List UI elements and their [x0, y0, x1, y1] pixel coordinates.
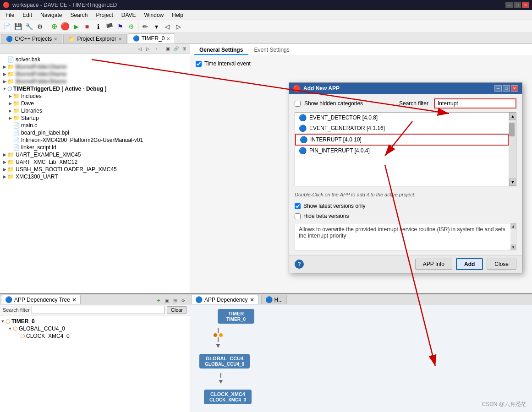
list-item-interrupt[interactable]: 🔵 INTERRUPT [4.0.10]: [295, 134, 509, 146]
dialog-search-input[interactable]: [434, 98, 516, 108]
tree-item-linker[interactable]: 📄 linker_script.ld: [0, 144, 190, 151]
dep-tree-tab[interactable]: 🔵 APP Dependency Tree ✕: [1, 295, 81, 304]
list-item-event-generator[interactable]: 🔵 EVENT_GENERATOR [4.1.16]: [295, 123, 509, 134]
tab-cpp-projects[interactable]: 🔵 C/C++ Projects ✕: [1, 34, 62, 43]
tab-cpp-close[interactable]: ✕: [54, 37, 57, 42]
tree-item-bpl[interactable]: 📄 board_pin_label.bpl: [0, 129, 190, 136]
tree-item-startup[interactable]: ▶ 📁 Startup: [0, 114, 190, 122]
tree-nav-back[interactable]: ◁: [136, 45, 143, 53]
toolbar-settings[interactable]: ⚙: [35, 22, 45, 32]
menu-search[interactable]: Search: [66, 11, 91, 19]
app-info-button[interactable]: APP Info: [415, 259, 452, 270]
scroll-down-btn[interactable]: ▼: [509, 179, 516, 186]
tree-item-libraries[interactable]: ▶ 📁 Libraries: [0, 107, 190, 114]
menu-help[interactable]: Help: [168, 11, 187, 19]
time-interval-checkbox[interactable]: [196, 61, 202, 67]
scroll-thumb[interactable]: [509, 123, 515, 136]
tree-item-solver[interactable]: 📄 solver.bak: [0, 56, 190, 63]
dep-graph-tab2[interactable]: 🔵 H...: [261, 295, 287, 304]
toolbar-back[interactable]: ◁: [162, 22, 172, 32]
desc-scroll-down[interactable]: ▼: [510, 244, 516, 250]
dialog-close-btn[interactable]: ✕: [511, 85, 518, 92]
dep-tree-sync[interactable]: ⟳: [180, 297, 187, 304]
tree-arrow-includes: ▶: [7, 94, 13, 98]
dep-tree-globalccu4[interactable]: ▼ ⬡ GLOBAL_CCU4_0: [0, 325, 190, 332]
toolbar-arrow-drop[interactable]: ▾: [151, 22, 161, 32]
scroll-up-btn[interactable]: ▲: [509, 113, 516, 120]
maximize-button[interactable]: □: [514, 2, 521, 8]
menu-file[interactable]: File: [2, 11, 18, 19]
toolbar-debug[interactable]: ▶: [71, 22, 81, 32]
dialog-maximize[interactable]: □: [503, 85, 510, 92]
toolbar-dave[interactable]: ⚑: [115, 22, 125, 32]
toolbar-generate[interactable]: ⚙: [126, 22, 136, 32]
hide-beta-checkbox[interactable]: [295, 213, 301, 219]
tree-collapse[interactable]: ▣: [164, 45, 171, 53]
minimize-button[interactable]: ─: [505, 2, 513, 8]
dep-search-input[interactable]: [32, 306, 165, 314]
dialog-minimize[interactable]: ─: [494, 85, 502, 92]
tree-item-dave[interactable]: ▶ 📁 Dave: [0, 100, 190, 107]
tree-item-blurred1[interactable]: ▶ 📁 BlurredFolder1Name: [0, 63, 190, 70]
toolbar-pencil[interactable]: ✏: [140, 22, 150, 32]
show-hidden-checkbox[interactable]: [295, 101, 301, 107]
desc-scroll-up[interactable]: ▲: [510, 223, 516, 229]
dep-graph-tab[interactable]: 🔵 APP Dependency ✕: [191, 295, 258, 304]
tree-item-uart45[interactable]: ▶ 📁 UART_EXAMPLE_XMC45: [0, 151, 190, 158]
dep-tree-collapse[interactable]: ▣: [163, 297, 170, 304]
toolbar-tools[interactable]: 🔧: [24, 22, 34, 32]
close-button[interactable]: ✕: [522, 2, 529, 8]
sub-tab-general[interactable]: General Settings: [194, 46, 248, 55]
tree-expand[interactable]: ⊞: [181, 45, 188, 53]
tree-item-usbh[interactable]: ▶ 📁 USBH_MS_BOOTLOADER_IAP_XMC45: [0, 166, 190, 173]
show-latest-checkbox[interactable]: [295, 203, 301, 209]
list-item-pin-interrupt[interactable]: 🔵 PIN_INTERRUPT [4.0.4]: [295, 146, 509, 156]
add-button[interactable]: Add: [456, 258, 483, 270]
add-new-app-dialog[interactable]: 🔴 Add New APP ─ □ ✕ Show hidden categori…: [289, 82, 522, 273]
tree-item-uart12[interactable]: ▶ 📁 UART_XMC_Lib_XMC12: [0, 158, 190, 166]
dep-tree-close[interactable]: ✕: [72, 297, 77, 303]
sub-tab-event[interactable]: Event Settings: [248, 46, 295, 55]
tree-item-includes[interactable]: ▶ 📁 Includes: [0, 92, 190, 100]
tree-item-mainc[interactable]: 📄 main.c: [0, 122, 190, 129]
toolbar-add-green[interactable]: ⊕: [49, 22, 59, 32]
dep-ccu4-node[interactable]: GLOBAL_CCU4GLOBAL_CCU4_0: [199, 354, 250, 369]
tree-item-blurred3[interactable]: ▶ 📁 BlurredFolder3Name: [0, 78, 190, 85]
dep-clear-button[interactable]: Clear: [167, 306, 187, 314]
dep-tree-expand-all[interactable]: ⊞: [171, 297, 179, 304]
list-item-event-detector[interactable]: 🔵 EVENT_DETECTOR [4.0.8]: [295, 113, 509, 123]
tree-nav-up[interactable]: ↑: [153, 45, 160, 53]
tree-icon-b3: 📁: [7, 78, 14, 85]
tab-explorer-close[interactable]: ✕: [118, 37, 122, 42]
toolbar-new[interactable]: 📄: [2, 22, 12, 32]
menu-navigate[interactable]: Navigate: [37, 11, 66, 19]
dep-tree-clockxmc4[interactable]: ⬡ CLOCK_XMC4_0: [0, 332, 190, 340]
tree-item-blurred2[interactable]: ▶ 📁 BlurredFolder2Name: [0, 70, 190, 78]
menu-edit[interactable]: Edit: [19, 11, 36, 19]
dep-clock-node[interactable]: CLOCK_XMC4CLOCK_XMC4_0: [204, 390, 252, 404]
tree-item-root[interactable]: ▼ ⬡ TIMERTriggerLED [ Active - Debug ]: [0, 85, 190, 92]
toolbar-info[interactable]: ℹ: [93, 22, 103, 32]
dep-graph-close[interactable]: ✕: [250, 297, 254, 303]
close-dialog-button[interactable]: Close: [487, 259, 516, 270]
tree-item-xmc1300[interactable]: ▶ 📁 XMC1300_UART: [0, 173, 190, 180]
toolbar-flag[interactable]: 🏴: [104, 22, 114, 32]
toolbar-fwd[interactable]: ▷: [173, 22, 183, 32]
menu-project[interactable]: Project: [92, 11, 116, 19]
tree-nav-fwd[interactable]: ▷: [144, 45, 152, 53]
dep-tree-timer0[interactable]: ▼ ⬡ TIMER_0: [0, 318, 190, 325]
menu-dave[interactable]: DAVE: [118, 11, 140, 19]
menu-window[interactable]: Window: [141, 11, 168, 19]
dep-tree-add[interactable]: +: [155, 297, 162, 304]
toolbar-add-red[interactable]: 🔴: [60, 22, 70, 32]
tree-item-infineon[interactable]: 📄 Infineon-XMC4200_Platform2Go-UserManua…: [0, 136, 190, 144]
dep-timer-node[interactable]: TIMERTIMER_0: [218, 309, 254, 324]
help-button[interactable]: ?: [295, 260, 304, 269]
tree-link[interactable]: 🔗: [172, 45, 180, 53]
toolbar-stop[interactable]: ■: [82, 22, 92, 32]
tree-arrow-xmc1300: ▶: [2, 174, 7, 179]
tab-timer0[interactable]: 🔵 TIMER_0 ✕: [128, 33, 176, 43]
tab-timer0-close[interactable]: ✕: [166, 36, 170, 41]
toolbar-save[interactable]: 💾: [13, 22, 23, 32]
tab-project-explorer[interactable]: 📁 Project Explorer ✕: [63, 34, 126, 43]
